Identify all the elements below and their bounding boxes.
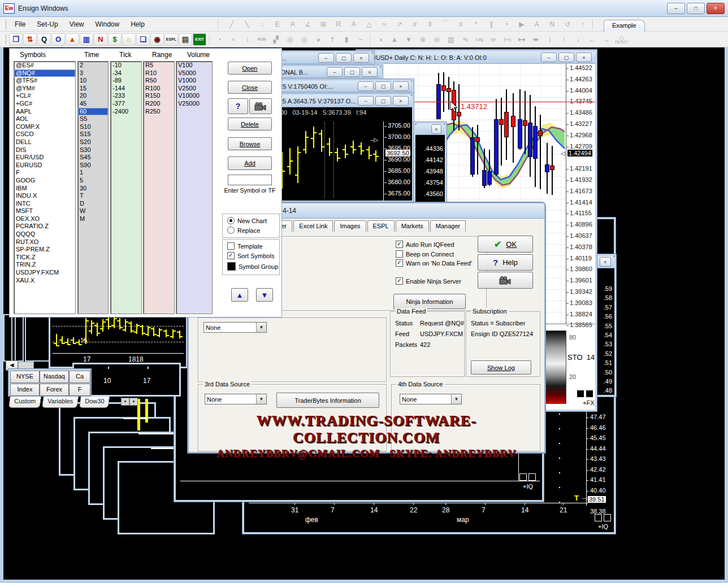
symbol-item[interactable]: @TFS#	[14, 77, 75, 85]
cascade-windows-icon[interactable]: ❐	[9, 33, 23, 46]
symbol-item[interactable]: MSFT	[14, 207, 75, 215]
menu-file[interactable]: File	[9, 18, 31, 31]
chart-window-nq[interactable]: 25 A:3643.75 V:379137 O...–▢× 00 03-19-1…	[274, 93, 414, 202]
tick-item[interactable]: -89	[111, 77, 141, 85]
draw-tool-icon-2[interactable]: ↓	[255, 18, 269, 31]
news-icon[interactable]: N	[94, 33, 107, 46]
nav-tool-icon-1[interactable]: ▲	[388, 33, 401, 46]
chart-tool-icon-1[interactable]: ≈	[227, 33, 240, 46]
time-item[interactable]: 15	[78, 85, 108, 93]
close-button[interactable]: ×	[707, 3, 725, 14]
flame-chart-icon[interactable]: ▲	[66, 33, 79, 46]
dollar-icon[interactable]: $	[108, 33, 122, 46]
charts-tile-icon[interactable]: ⇅	[23, 33, 37, 46]
close-icon[interactable]: ×	[393, 96, 409, 106]
maximize-icon[interactable]: ▢	[336, 53, 352, 63]
symbol-item[interactable]: AOL	[14, 115, 75, 123]
help-button[interactable]: ? Help	[478, 254, 533, 271]
checkbox-beep-on-connect[interactable]: Beep on Connect	[396, 250, 454, 258]
nav-tool-icon-15[interactable]: ←	[586, 33, 599, 46]
traderbytes-information-button[interactable]: TraderBytes Information	[276, 393, 379, 408]
checkbox-warn-on--no-data-feed-[interactable]: ✓Warn on 'No Data Feed'	[396, 259, 472, 267]
video-help-button[interactable]	[249, 98, 272, 114]
time-item[interactable]: M	[78, 215, 108, 223]
link-square-icon[interactable]	[519, 473, 527, 481]
draw-tool-icon-15[interactable]: ≡	[454, 18, 467, 31]
link-square-icon[interactable]	[595, 514, 602, 521]
draw-tool-icon-14[interactable]: ⌒	[439, 18, 452, 31]
video-help-button[interactable]	[478, 272, 533, 289]
ok-button[interactable]: ✔ OK	[478, 236, 533, 253]
symbol-item[interactable]: QQQQ	[14, 230, 75, 238]
close-icon[interactable]: ×	[600, 257, 611, 267]
draw-tool-icon-19[interactable]: ▶	[515, 18, 528, 31]
add-button[interactable]: Add	[228, 156, 272, 170]
time-item[interactable]: 1	[78, 169, 108, 177]
tab-espl[interactable]: ESPL	[367, 220, 395, 232]
draw-tool-icon-10[interactable]: ≈	[378, 18, 391, 31]
minimize-icon[interactable]: –	[358, 81, 374, 91]
market-button-index[interactable]: Index	[10, 384, 40, 396]
link-square-icon[interactable]	[604, 514, 611, 521]
tab-images[interactable]: Images	[334, 220, 366, 232]
checkbox-enable-ninja-server[interactable]: ✓Enable Ninja Server	[396, 277, 461, 285]
chart-tool-icon-8[interactable]: †	[326, 33, 339, 46]
mini-titlebar[interactable]: ×	[415, 124, 445, 135]
draw-tool-icon-0[interactable]: ╱	[225, 18, 239, 31]
time-item[interactable]: 20	[78, 92, 108, 100]
close-icon[interactable]: ×	[393, 81, 409, 91]
tab-manager[interactable]: Manager	[430, 220, 466, 232]
chart-tool-icon-10[interactable]: ~	[354, 33, 367, 46]
symbols-window[interactable]: SymbolsTimeTickRangeVolume @ES#@NQ#@TFS#…	[9, 48, 282, 317]
range-item[interactable]: R150	[144, 92, 174, 100]
source2-dropdown[interactable]: None▼	[203, 322, 267, 333]
symbol-item[interactable]: EURUSD	[14, 162, 75, 169]
daily-price-scale[interactable]: 47.4746.4645.4544.4443.4342.4241.4140.40…	[586, 397, 614, 519]
draw-tool-icon-7[interactable]: R	[332, 18, 345, 31]
eurusd-price-scale[interactable]: 1.445221.442631.440041.437451.434861.432…	[566, 64, 595, 324]
range-list[interactable]: R5R10R50R100R150R200R250	[143, 61, 175, 314]
volume-item[interactable]: V2500	[176, 85, 212, 93]
move-down-button[interactable]: ▼	[256, 288, 273, 302]
time-item[interactable]: 5	[78, 177, 108, 185]
symbol-item[interactable]: TICK.Z	[14, 254, 75, 262]
nav-tool-icon-9[interactable]: ▷◁	[501, 33, 514, 46]
symbol-item[interactable]: XAU.X	[14, 277, 75, 285]
maximize-button[interactable]: □	[687, 3, 705, 14]
minimize-icon[interactable]: –	[327, 67, 343, 77]
tab-example[interactable]: Example	[604, 20, 645, 32]
draw-tool-icon-13[interactable]: ‖	[423, 18, 437, 31]
draw-tool-icon-5[interactable]: ∠	[301, 18, 315, 31]
draw-tool-icon-18[interactable]: ◔	[500, 18, 513, 31]
range-item[interactable]: R50	[144, 77, 174, 85]
nq-price-scale[interactable]: 3705.003700.003695.003690.003685.003680.…	[384, 121, 415, 202]
nav-tool-icon-11[interactable]: ◀▶	[529, 33, 543, 46]
symbol-item[interactable]: +GC#	[14, 100, 75, 108]
alert-bell-icon[interactable]: ☼	[122, 33, 136, 46]
nav-tool-icon-7[interactable]: Log	[473, 33, 486, 46]
dock-chart-window[interactable]: 171818	[49, 311, 188, 368]
tick-item[interactable]: -377	[111, 100, 141, 108]
tick-item[interactable]: -10	[111, 62, 141, 69]
volume-item[interactable]: V100	[176, 62, 212, 69]
video-icon[interactable]: ◉	[150, 33, 164, 46]
time-item[interactable]: 10	[78, 77, 108, 85]
browse-button[interactable]: Browse	[228, 137, 272, 150]
symbol-item[interactable]: AAPL	[14, 108, 75, 116]
chart-tool-icon-4[interactable]: ▞	[269, 33, 283, 46]
chart-tool-icon-0[interactable]: ◔	[213, 33, 226, 46]
maximize-icon[interactable]: ▢	[375, 96, 391, 106]
range-item[interactable]: R100	[144, 85, 174, 93]
delete-button[interactable]: Delete	[228, 118, 272, 130]
close-icon[interactable]: ×	[353, 53, 369, 63]
nav-tool-icon-12[interactable]: ↕	[543, 33, 557, 46]
draw-tool-icon-8[interactable]: A	[347, 18, 361, 31]
symbol-item[interactable]: EUR/USD	[14, 154, 75, 162]
checkbox-template[interactable]: Template	[227, 242, 263, 250]
time-item[interactable]: S30	[78, 146, 108, 154]
close-icon[interactable]: ×	[576, 53, 592, 62]
reset-view-button[interactable]: ◇ RESET	[615, 35, 628, 44]
symbol-item[interactable]: @YM#	[14, 85, 75, 93]
open-button[interactable]: Open	[228, 62, 272, 75]
draw-tool-icon-11[interactable]: ↗	[393, 18, 406, 31]
